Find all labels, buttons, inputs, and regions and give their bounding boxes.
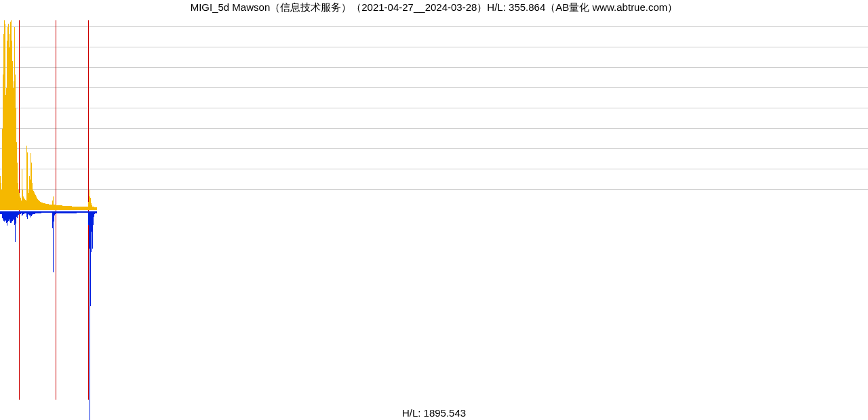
lower-bar: [96, 211, 97, 213]
bars-container: [0, 16, 868, 409]
chart-title: MIGI_5d Mawson（信息技术服务）（2021-04-27__2024-…: [0, 1, 868, 14]
chart-area: [0, 16, 868, 409]
upper-bar: [96, 207, 97, 210]
